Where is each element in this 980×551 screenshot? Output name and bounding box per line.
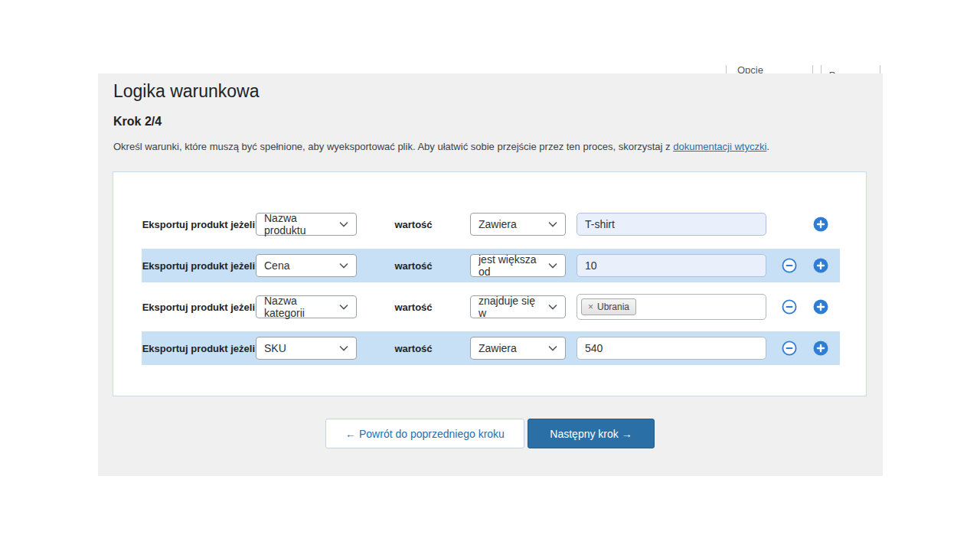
condition-operator-selected-value: jest większa od xyxy=(479,253,544,278)
condition-operator-select[interactable]: Zawiera xyxy=(470,337,566,360)
condition-field-select[interactable]: Nazwa kategorii xyxy=(256,295,357,318)
condition-operator-selected-value: Zawiera xyxy=(479,342,517,354)
tag-remove-icon[interactable]: × xyxy=(588,302,593,312)
condition-row-label: Eksportuj produkt jeżeli xyxy=(146,331,255,365)
add-condition-button[interactable] xyxy=(813,258,828,273)
conditions-panel: Eksportuj produkt jeżeli Nazwa produktu … xyxy=(113,171,867,396)
condition-value-input[interactable] xyxy=(577,213,766,236)
page: Opcje ekranu ▼ Pomoc ▼ Logika warunkowa … xyxy=(0,0,980,551)
admin-content-area: Logika warunkowa Krok 2/4 Określ warunki… xyxy=(98,73,883,476)
condition-field-selected-value: SKU xyxy=(264,342,286,354)
value-label: wartość xyxy=(357,290,470,324)
condition-operator-select[interactable]: jest większa od xyxy=(470,254,566,277)
chevron-down-icon xyxy=(339,345,348,351)
condition-row-label: Eksportuj produkt jeżeli xyxy=(146,249,255,282)
step-indicator: Krok 2/4 xyxy=(113,115,162,129)
condition-row-label: Eksportuj produkt jeżeli xyxy=(146,207,255,241)
tag-chip: × Ubrania xyxy=(581,298,636,315)
tag-label: Ubrania xyxy=(597,302,629,312)
remove-condition-button[interactable] xyxy=(782,258,797,273)
remove-condition-button[interactable] xyxy=(782,299,797,315)
condition-row: Eksportuj produkt jeżeli Cena wartość je… xyxy=(142,249,840,282)
chevron-down-icon xyxy=(548,262,557,269)
condition-row: Eksportuj produkt jeżeli SKU wartość Zaw… xyxy=(142,331,840,365)
add-condition-button[interactable] xyxy=(813,299,828,315)
condition-operator-selected-value: znajduje się w xyxy=(479,295,544,319)
value-label: wartość xyxy=(357,331,470,365)
value-label: wartość xyxy=(357,207,470,241)
chevron-down-icon xyxy=(548,221,557,227)
condition-operator-selected-value: Zawiera xyxy=(479,218,517,230)
next-step-button[interactable]: Następny krok → xyxy=(528,419,655,448)
condition-operator-select[interactable]: znajduje się w xyxy=(470,295,566,318)
step-description: Określ warunki, które muszą być spełnion… xyxy=(113,141,769,152)
chevron-down-icon xyxy=(339,304,348,310)
add-condition-button[interactable] xyxy=(813,217,828,232)
description-text: Określ warunki, które muszą być spełnion… xyxy=(113,141,673,152)
page-title: Logika warunkowa xyxy=(113,81,260,102)
chevron-down-icon xyxy=(339,262,348,269)
condition-row-label: Eksportuj produkt jeżeli xyxy=(146,290,255,324)
description-text-end: . xyxy=(766,141,769,152)
condition-value-input[interactable] xyxy=(577,337,766,360)
condition-field-select[interactable]: Nazwa produktu xyxy=(256,213,357,236)
condition-row: Eksportuj produkt jeżeli Nazwa kategorii… xyxy=(142,290,840,324)
condition-operator-select[interactable]: Zawiera xyxy=(470,213,566,236)
chevron-down-icon xyxy=(548,304,557,310)
remove-condition-button[interactable] xyxy=(782,341,797,356)
condition-field-select[interactable]: SKU xyxy=(256,337,357,360)
condition-field-selected-value: Cena xyxy=(264,259,289,272)
chevron-down-icon xyxy=(339,221,348,227)
add-condition-button[interactable] xyxy=(813,341,828,356)
condition-value-input[interactable] xyxy=(577,254,766,277)
previous-step-button[interactable]: ← Powrót do poprzedniego kroku xyxy=(325,419,524,448)
plugin-docs-link[interactable]: dokumentacji wtyczki xyxy=(673,141,766,152)
condition-field-select[interactable]: Cena xyxy=(256,254,357,277)
condition-field-selected-value: Nazwa kategorii xyxy=(264,295,335,319)
condition-row: Eksportuj produkt jeżeli Nazwa produktu … xyxy=(142,207,840,241)
condition-field-selected-value: Nazwa produktu xyxy=(264,212,335,236)
conditions-rows: Eksportuj produkt jeżeli Nazwa produktu … xyxy=(142,207,840,373)
value-label: wartość xyxy=(357,249,470,282)
condition-tags-field[interactable]: × Ubrania xyxy=(577,294,766,320)
chevron-down-icon xyxy=(548,345,557,351)
